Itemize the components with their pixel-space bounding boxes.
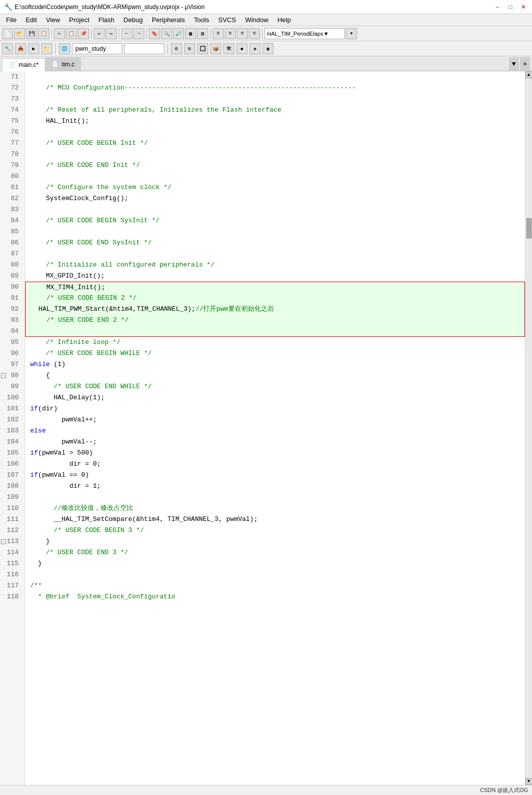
collapse-marker-113[interactable]: − bbox=[1, 539, 6, 544]
stop-button[interactable]: ◈ bbox=[249, 43, 260, 54]
package-button[interactable]: 📦 bbox=[210, 43, 221, 54]
build-button[interactable]: 🔧 bbox=[2, 43, 13, 54]
maximize-button[interactable]: □ bbox=[506, 3, 515, 12]
line-num-89: 89 bbox=[0, 271, 22, 282]
project-name-field[interactable]: pwm_study bbox=[72, 43, 122, 54]
function-dropdown[interactable]: HAL_TIM_PeriodElaps▼ bbox=[264, 28, 345, 39]
explore-button[interactable]: 🌐 bbox=[59, 43, 70, 54]
menu-item-file[interactable]: File bbox=[2, 15, 21, 25]
code-line-83 bbox=[25, 204, 525, 215]
bookmark-button[interactable]: 🔖 bbox=[149, 28, 160, 39]
nav-back-button[interactable]: ← bbox=[121, 28, 132, 39]
code-line-81: /* Configure the system clock */ bbox=[25, 182, 525, 193]
code-line-82: SystemClock_Config(); bbox=[25, 193, 525, 204]
menu-item-help[interactable]: Help bbox=[274, 15, 295, 25]
open-button[interactable]: 📂 bbox=[14, 28, 25, 39]
tab-icon-tim: 📄 bbox=[52, 61, 59, 67]
scrollbar-vertical[interactable]: ▲ ▼ bbox=[525, 71, 532, 785]
line-num-93: 93 bbox=[0, 315, 22, 326]
menu-item-peripherals[interactable]: Peripherals bbox=[148, 15, 189, 25]
menu-item-edit[interactable]: Edit bbox=[22, 15, 41, 25]
copy-button[interactable]: 📋 bbox=[66, 28, 77, 39]
line-num-105: 105 bbox=[0, 448, 22, 459]
find-button[interactable]: 🔍 bbox=[161, 28, 172, 39]
code-line-72: /* MCU Configuration--------------------… bbox=[25, 82, 525, 94]
menu-item-view[interactable]: View bbox=[42, 15, 64, 25]
line-num-107: 107 bbox=[0, 470, 22, 481]
line-num-114: 114 bbox=[0, 547, 22, 558]
scroll-track[interactable] bbox=[526, 78, 532, 778]
line-num-83: 83 bbox=[0, 204, 22, 215]
open-file-button[interactable]: 📁 bbox=[41, 43, 52, 54]
redo-button[interactable]: ↪ bbox=[106, 28, 117, 39]
dropdown-arrow[interactable]: ▼ bbox=[346, 28, 357, 39]
code-line-111: __HAL_TIM_SetCompare(&htim4, TIM_CHANNEL… bbox=[25, 514, 525, 525]
save-all-button[interactable]: 📋 bbox=[38, 28, 49, 39]
run-button[interactable]: ◆ bbox=[236, 43, 247, 54]
line-num-113: 113− bbox=[0, 536, 22, 547]
menu-item-project[interactable]: Project bbox=[65, 15, 93, 25]
debug-button[interactable]: ▶ bbox=[28, 43, 39, 54]
line-num-88: 88 bbox=[0, 259, 22, 271]
scroll-down[interactable]: ▼ bbox=[525, 778, 533, 785]
reset-button[interactable]: ◉ bbox=[262, 43, 274, 54]
tab-main-c[interactable]: 📄 main.c* bbox=[2, 58, 45, 71]
line-num-80: 80 bbox=[0, 171, 22, 182]
menu-item-svcs[interactable]: SVCS bbox=[214, 15, 240, 25]
title-controls: − □ ✕ bbox=[493, 3, 528, 12]
title-bar: 🔧 E:\softcode\Ccode\pwm_study\MDK-ARM\pw… bbox=[0, 0, 532, 14]
tab-dropdown-arrow[interactable]: ▼ bbox=[509, 57, 519, 70]
separator8 bbox=[167, 44, 168, 54]
code-line-88: /* Initialize all configured peripherals… bbox=[25, 259, 525, 271]
settings2-button[interactable]: ⚙ bbox=[184, 43, 195, 54]
scroll-thumb[interactable] bbox=[526, 218, 531, 238]
line-num-100: 100 bbox=[0, 392, 22, 403]
code-line-103: else bbox=[25, 425, 525, 436]
status-bar: CSDN @嵌入式OG bbox=[0, 785, 532, 795]
line-num-79: 79 bbox=[0, 160, 22, 171]
undo-button[interactable]: ↩ bbox=[94, 28, 105, 39]
line-num-84: 84 bbox=[0, 215, 22, 226]
line-num-111: 111 bbox=[0, 514, 22, 525]
menu-item-debug[interactable]: Debug bbox=[120, 15, 147, 25]
paste-button[interactable]: 📌 bbox=[78, 28, 89, 39]
find2-button[interactable]: 🔎 bbox=[173, 28, 184, 39]
nav-fwd-button[interactable]: → bbox=[133, 28, 144, 39]
code-line-101: if(dir) bbox=[25, 403, 525, 414]
close-button[interactable]: ✕ bbox=[519, 3, 528, 12]
tools-button[interactable]: 🛠 bbox=[223, 43, 234, 54]
load-button[interactable]: 📥 bbox=[15, 43, 26, 54]
code-line-106: dir = 0; bbox=[25, 459, 525, 470]
code-line-110: //修改比较值，修改占空比 bbox=[25, 503, 525, 514]
code-line-87 bbox=[25, 248, 525, 259]
collapse-marker-98[interactable]: − bbox=[1, 373, 6, 378]
align-button[interactable]: ≡ bbox=[237, 28, 248, 39]
code-line-78 bbox=[25, 149, 525, 160]
tab-tim-c[interactable]: 📄 tim.c bbox=[45, 57, 81, 70]
tab-close[interactable]: ✕ bbox=[520, 57, 530, 70]
menu-item-tools[interactable]: Tools bbox=[190, 15, 213, 25]
outdent-button[interactable]: ≡ bbox=[225, 28, 236, 39]
save-button[interactable]: 💾 bbox=[26, 28, 37, 39]
code-line-109 bbox=[25, 492, 525, 503]
target-dropdown[interactable] bbox=[124, 43, 164, 54]
code-line-90: MX_TIM4_Init(); bbox=[25, 282, 525, 293]
filter-button[interactable]: ▦ bbox=[185, 28, 196, 39]
line-num-115: 115 bbox=[0, 558, 22, 569]
filter2-button[interactable]: ▤ bbox=[197, 28, 208, 39]
code-content[interactable]: /* MCU Configuration--------------------… bbox=[25, 71, 525, 785]
minimize-button[interactable]: − bbox=[493, 3, 502, 12]
line-num-92: 92 bbox=[0, 304, 22, 315]
settings-button[interactable]: ⚙ bbox=[171, 43, 182, 54]
new-file-button[interactable]: 📄 bbox=[2, 28, 13, 39]
cut-button[interactable]: ✂ bbox=[54, 28, 65, 39]
line-num-90: 90 bbox=[0, 282, 22, 293]
menu-item-window[interactable]: Window bbox=[241, 15, 272, 25]
scroll-up[interactable]: ▲ bbox=[525, 71, 533, 78]
menu-item-flash[interactable]: Flash bbox=[95, 15, 119, 25]
code-line-102: pwmVal++; bbox=[25, 414, 525, 425]
chip-button[interactable]: 🔲 bbox=[197, 43, 208, 54]
align2-button[interactable]: ≡ bbox=[249, 28, 260, 39]
indent-button[interactable]: ≡ bbox=[213, 28, 224, 39]
code-line-75: HAL_Init(); bbox=[25, 116, 525, 127]
